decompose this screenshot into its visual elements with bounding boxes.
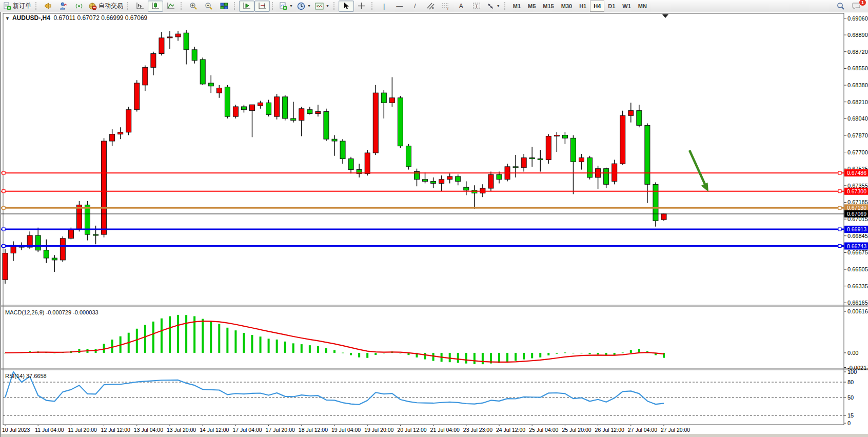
macd-indicator-label: MACD(12,26,9) -0.000729 -0.000033 xyxy=(5,309,98,315)
horizontal-line-tool[interactable]: — xyxy=(392,1,407,12)
price-tick-label: 0.67870 xyxy=(847,132,868,138)
macd-histogram-bar xyxy=(268,339,270,353)
macd-histogram-bar xyxy=(424,353,426,360)
timeframe-m15[interactable]: M15 xyxy=(539,1,557,12)
market-button[interactable] xyxy=(71,1,87,12)
toolbar-grip xyxy=(504,2,507,10)
candle-down xyxy=(200,59,205,84)
new-chart-button[interactable]: ▼ xyxy=(277,1,295,12)
macd-histogram-bar xyxy=(333,350,336,353)
new-order-button[interactable]: 新订单 xyxy=(1,1,33,12)
macd-histogram-bar xyxy=(177,315,179,353)
tile-windows-button[interactable] xyxy=(216,1,232,12)
trendline-icon: / xyxy=(414,3,416,9)
periods-button[interactable]: ▼ xyxy=(295,1,313,12)
macd-histogram-bar xyxy=(243,333,245,353)
toolbar-grip xyxy=(371,2,374,10)
candle-down xyxy=(307,110,312,114)
price-tick-label: 0.68890 xyxy=(847,32,868,38)
clock-icon xyxy=(297,2,305,10)
candle-up xyxy=(175,34,181,37)
templates-button[interactable]: ▼ xyxy=(313,1,331,12)
candle-up xyxy=(110,134,115,141)
candle-up xyxy=(439,180,444,184)
zoom-out-button[interactable] xyxy=(201,1,216,12)
crosshair-button[interactable] xyxy=(354,1,369,12)
candle-down xyxy=(324,112,329,140)
channel-tool[interactable]: E xyxy=(423,1,438,12)
line-anchor-handle[interactable] xyxy=(2,171,5,174)
timeframe-m5[interactable]: M5 xyxy=(524,1,539,12)
price-badge-label: 0.67300 xyxy=(847,188,866,194)
macd-histogram-bar xyxy=(251,335,253,353)
top-toolbar: 新订单 自动交易 ▼ ▼ xyxy=(0,0,868,12)
chevron-down-icon: ▼ xyxy=(289,4,293,8)
candle-down xyxy=(637,111,642,126)
line-anchor-handle[interactable] xyxy=(2,245,5,248)
line-anchor-handle[interactable] xyxy=(2,190,5,193)
time-tick-label: 25 Jul 04:00 xyxy=(529,427,558,433)
timeframe-h1[interactable]: H1 xyxy=(576,1,590,12)
cursor-button[interactable] xyxy=(339,1,354,12)
chart-window[interactable]: ▼AUDUSD-,H4 0.67011 0.67072 0.66999 0.67… xyxy=(0,12,868,437)
line-anchor-handle[interactable] xyxy=(838,245,841,248)
candle-down xyxy=(570,138,576,162)
auto-trading-button[interactable]: 自动交易 xyxy=(87,1,125,12)
timeframe-m1[interactable]: M1 xyxy=(509,1,524,12)
collapse-triangle-icon[interactable]: ▼ xyxy=(5,16,10,21)
rsi-tick-label: 15 xyxy=(847,412,854,419)
timeframe-w1[interactable]: W1 xyxy=(619,1,635,12)
candlestick-chart-type-button[interactable] xyxy=(148,1,163,12)
text-label-tool[interactable]: T xyxy=(469,1,484,12)
chart-title: ▼AUDUSD-,H4 0.67011 0.67072 0.66999 0.67… xyxy=(5,14,147,22)
auto-scroll-button[interactable] xyxy=(239,1,254,12)
macd-histogram-bar xyxy=(597,353,599,354)
price-tick-label: 0.66505 xyxy=(847,266,868,272)
bar-chart-type-button[interactable] xyxy=(132,1,148,12)
svg-text:F: F xyxy=(447,7,449,10)
line-anchor-handle[interactable] xyxy=(838,190,841,193)
candle-down xyxy=(497,174,502,180)
text-tool[interactable]: A xyxy=(453,1,469,12)
line-anchor-handle[interactable] xyxy=(2,228,5,231)
macd-tick-label: 0.006162 xyxy=(847,308,868,314)
trendline-tool[interactable]: / xyxy=(407,1,423,12)
candle-down xyxy=(562,135,567,138)
chart-canvas[interactable]: 0.690600.688900.687200.685500.683800.682… xyxy=(1,12,868,437)
macd-histogram-bar xyxy=(358,353,360,357)
macd-histogram-bar xyxy=(523,353,525,360)
chart-shift-button[interactable] xyxy=(254,1,270,12)
candle-up xyxy=(167,37,172,38)
candle-up xyxy=(258,103,263,106)
candle-up xyxy=(233,107,238,116)
timeframe-m30[interactable]: M30 xyxy=(558,1,576,12)
candle-up xyxy=(389,98,394,103)
auto-trading-label: 自动交易 xyxy=(98,2,123,10)
timeframe-d1[interactable]: D1 xyxy=(604,1,619,12)
candle-down xyxy=(332,139,337,141)
macd-histogram-bar xyxy=(630,350,632,352)
search-button[interactable] xyxy=(833,1,849,12)
fibonacci-tool[interactable]: F xyxy=(438,1,453,12)
signals-button[interactable] xyxy=(56,1,71,12)
candle-up xyxy=(118,132,123,134)
news-button[interactable] xyxy=(41,1,56,12)
candlestick-icon xyxy=(151,2,160,10)
price-tick-label: 0.66335 xyxy=(847,283,868,289)
line-anchor-handle[interactable] xyxy=(838,228,841,231)
time-tick-label: 17 Jul 20:00 xyxy=(266,427,295,433)
line-anchor-handle[interactable] xyxy=(838,171,841,174)
vertical-line-tool[interactable]: | xyxy=(377,1,392,12)
line-anchor-handle[interactable] xyxy=(838,206,841,209)
price-tick-label: 0.66165 xyxy=(847,300,868,306)
timeframe-mn[interactable]: MN xyxy=(635,1,650,12)
new-chart-icon xyxy=(279,2,287,10)
candle-down xyxy=(340,141,345,158)
line-chart-type-button[interactable] xyxy=(163,1,179,12)
notifications-button[interactable]: 1 xyxy=(849,1,864,12)
timeframe-h4[interactable]: H4 xyxy=(590,1,604,12)
candle-up xyxy=(250,105,255,110)
zoom-in-button[interactable] xyxy=(186,1,201,12)
arrows-tool[interactable]: ▼ xyxy=(484,1,502,12)
line-anchor-handle[interactable] xyxy=(2,206,5,209)
